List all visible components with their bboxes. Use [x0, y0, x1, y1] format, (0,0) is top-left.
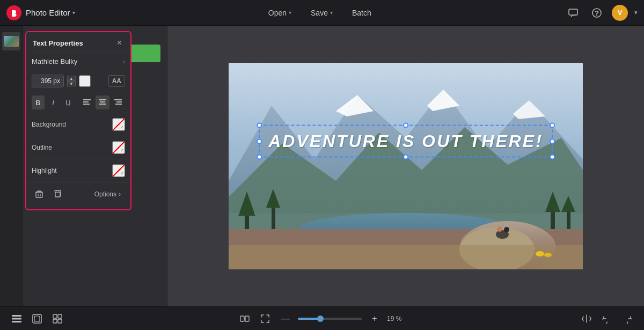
size-row: ▲ ▼ AA [26, 70, 130, 92]
highlight-color-swatch[interactable] [112, 164, 125, 177]
handle-right-mid[interactable] [550, 138, 555, 144]
size-down-button[interactable]: ▼ [67, 81, 76, 86]
text-overlay[interactable]: ADVENTURE IS OUT THERE! [259, 125, 553, 158]
svg-rect-8 [99, 104, 106, 105]
layers-button[interactable] [9, 311, 25, 327]
user-avatar[interactable]: V [612, 5, 628, 21]
outline-row: Outline [26, 136, 130, 159]
handle-bottom-right[interactable] [550, 155, 555, 160]
options-button[interactable]: Options › [90, 188, 125, 200]
font-selector[interactable]: Mathlete Bulky › [26, 53, 130, 70]
handle-top-mid[interactable] [403, 123, 408, 128]
highlight-label: Highlight [32, 167, 112, 174]
batch-button[interactable]: Batch [345, 5, 379, 20]
options-chevron-icon: › [119, 190, 121, 198]
delete-text-button[interactable] [32, 187, 47, 202]
duplicate-text-button[interactable] [50, 187, 65, 202]
italic-button[interactable]: I [47, 96, 60, 109]
svg-rect-12 [36, 192, 42, 197]
save-label: Save [311, 9, 328, 17]
batch-label: Batch [352, 9, 371, 17]
handle-bottom-left[interactable] [257, 155, 262, 160]
bold-button[interactable]: B [32, 96, 45, 109]
svg-rect-51 [245, 316, 249, 321]
topbar-right: ? V ▾ [565, 4, 638, 21]
svg-rect-41 [12, 315, 21, 317]
panel-close-button[interactable]: × [115, 38, 124, 48]
svg-rect-15 [55, 192, 60, 197]
handle-bottom-mid[interactable] [403, 155, 408, 160]
font-size-input[interactable] [32, 75, 64, 87]
svg-point-37 [504, 227, 509, 232]
open-chevron-icon: ▾ [289, 10, 291, 16]
undo-button[interactable] [599, 311, 615, 327]
topbar-center: Open ▾ Save ▾ Batch [75, 5, 565, 20]
align-group [80, 96, 125, 109]
bottombar-right [579, 311, 635, 327]
canvas-area: ADVENTURE IS OUT THERE! [167, 26, 644, 306]
background-color-swatch[interactable] [112, 118, 125, 131]
bottombar-left [9, 311, 65, 327]
align-center-button[interactable] [96, 96, 109, 109]
main-area: TEXT Add Text Text Properties × Mathlete… [0, 26, 644, 306]
svg-point-39 [536, 251, 544, 256]
expand-button[interactable] [257, 311, 273, 327]
handle-left-mid[interactable] [257, 138, 262, 144]
size-up-button[interactable]: ▲ [67, 76, 76, 81]
zoom-out-button[interactable]: — [277, 311, 294, 327]
background-label: Background [32, 121, 112, 128]
align-right-button[interactable] [111, 96, 125, 109]
svg-rect-4 [83, 101, 89, 102]
options-label: Options [94, 190, 116, 198]
svg-point-36 [497, 226, 502, 232]
svg-rect-0 [569, 9, 577, 15]
align-left-button[interactable] [80, 96, 94, 109]
svg-rect-10 [116, 101, 122, 102]
text-case-button[interactable]: AA [108, 75, 125, 87]
help-icon-button[interactable]: ? [588, 4, 605, 21]
app-title-text: Photo Editor [26, 8, 70, 17]
thumbnail-sidebar [0, 26, 23, 306]
bottombar-center: — + 19 % [237, 311, 407, 327]
zoom-slider-track[interactable] [298, 318, 362, 320]
canvas-image[interactable]: ADVENTURE IS OUT THERE! [229, 63, 583, 269]
open-button[interactable]: Open ▾ [261, 5, 299, 20]
open-label: Open [268, 9, 287, 17]
app-title[interactable]: Photo Editor ▾ [26, 8, 75, 17]
highlight-row: Highlight [26, 159, 130, 182]
zoom-percent: 19 % [387, 315, 407, 322]
chat-icon-button[interactable] [565, 4, 582, 21]
left-sidebar: TEXT Add Text Text Properties × Mathlete… [23, 26, 167, 306]
svg-point-40 [544, 253, 552, 257]
svg-rect-42 [12, 318, 21, 319]
fit-button[interactable] [237, 311, 253, 327]
handle-top-right[interactable] [550, 123, 555, 128]
svg-rect-11 [115, 104, 122, 105]
underline-button[interactable]: U [62, 96, 75, 109]
svg-rect-45 [34, 316, 40, 321]
frame-button[interactable] [29, 311, 45, 327]
redo-button[interactable] [619, 311, 635, 327]
thumbnail-item[interactable] [2, 32, 20, 50]
panel-header: Text Properties × [26, 32, 130, 53]
grid-button[interactable] [49, 311, 65, 327]
user-chevron-icon[interactable]: ▾ [634, 9, 638, 16]
svg-rect-49 [58, 319, 62, 323]
svg-text:?: ? [595, 9, 599, 17]
text-color-swatch[interactable] [79, 75, 91, 87]
save-button[interactable]: Save ▾ [303, 5, 340, 20]
outline-label: Outline [32, 144, 112, 151]
handle-top-left[interactable] [257, 123, 262, 128]
svg-rect-9 [114, 99, 122, 100]
flip-button[interactable] [579, 311, 595, 327]
zoom-in-button[interactable]: + [367, 311, 383, 327]
svg-rect-46 [53, 314, 57, 318]
thumbnail-preview [4, 36, 19, 47]
outline-color-swatch[interactable] [112, 141, 125, 154]
topbar: Photo Editor ▾ Open ▾ Save ▾ Batch ? V ▾ [0, 0, 644, 26]
size-spinners: ▲ ▼ [67, 76, 76, 86]
font-chevron-icon: › [123, 58, 125, 65]
font-name-label: Mathlete Bulky [32, 57, 123, 65]
svg-rect-25 [272, 205, 275, 229]
svg-rect-43 [12, 321, 21, 322]
